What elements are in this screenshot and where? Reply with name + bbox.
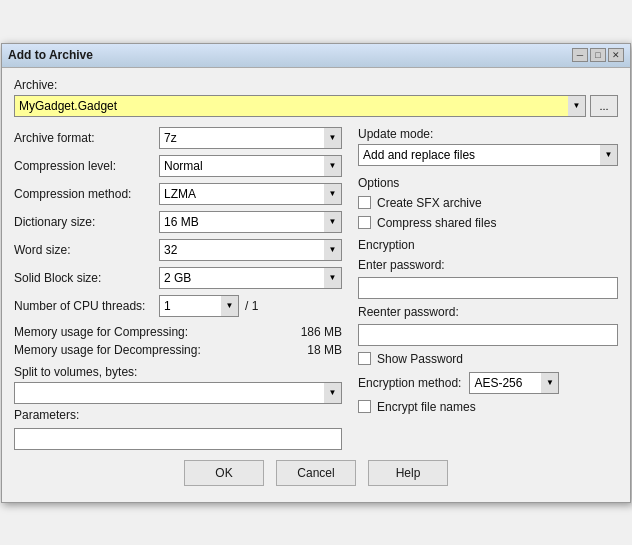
options-section-title: Options bbox=[358, 176, 618, 190]
enter-password-label: Enter password: bbox=[358, 258, 618, 272]
archive-format-label: Archive format: bbox=[14, 131, 159, 145]
archive-format-row: Archive format: 7zziptar ▼ bbox=[14, 127, 342, 149]
window-title: Add to Archive bbox=[8, 48, 93, 62]
archive-format-select[interactable]: 7zziptar bbox=[159, 127, 342, 149]
archive-format-wrapper: 7zziptar ▼ bbox=[159, 127, 342, 149]
memory-decompress-row: Memory usage for Decompressing: 18 MB bbox=[14, 343, 342, 357]
update-mode-select[interactable]: Add and replace files Update and add fil… bbox=[358, 144, 618, 166]
close-button[interactable]: ✕ bbox=[608, 48, 624, 62]
parameters-section: Parameters: bbox=[14, 408, 342, 450]
show-password-checkbox[interactable] bbox=[358, 352, 371, 365]
dictionary-size-row: Dictionary size: 16 MB8 MB32 MB ▼ bbox=[14, 211, 342, 233]
solid-block-size-label: Solid Block size: bbox=[14, 271, 159, 285]
buttons-row: OK Cancel Help bbox=[14, 450, 618, 494]
cpu-threads-label: Number of CPU threads: bbox=[14, 299, 159, 313]
reenter-password-input[interactable] bbox=[358, 324, 618, 346]
compression-method-select[interactable]: LZMALZMA2PPMd bbox=[159, 183, 342, 205]
title-bar-controls: ─ □ ✕ bbox=[572, 48, 624, 62]
add-to-archive-dialog: Add to Archive ─ □ ✕ Archive: ▼ ... Arch… bbox=[1, 43, 631, 503]
help-button[interactable]: Help bbox=[368, 460, 448, 486]
encryption-method-label: Encryption method: bbox=[358, 376, 461, 390]
compress-shared-row: Compress shared files bbox=[358, 216, 618, 230]
show-password-row: Show Password bbox=[358, 352, 618, 366]
compression-level-select[interactable]: NormalStoreFastMaximum bbox=[159, 155, 342, 177]
encrypt-names-label: Encrypt file names bbox=[377, 400, 476, 414]
archive-label: Archive: bbox=[14, 78, 618, 92]
encryption-method-wrapper: AES-256 ZipCrypto ▼ bbox=[469, 372, 559, 394]
word-size-select[interactable]: 321664 bbox=[159, 239, 342, 261]
ok-button[interactable]: OK bbox=[184, 460, 264, 486]
dialog-content: Archive: ▼ ... Archive format: 7zziptar … bbox=[2, 68, 630, 502]
solid-block-size-wrapper: 2 GB1 MB256 MB ▼ bbox=[159, 267, 342, 289]
minimize-button[interactable]: ─ bbox=[572, 48, 588, 62]
enter-password-input[interactable] bbox=[358, 277, 618, 299]
archive-input[interactable] bbox=[14, 95, 586, 117]
maximize-button[interactable]: □ bbox=[590, 48, 606, 62]
encryption-section: Encryption Enter password: Reenter passw… bbox=[358, 238, 618, 414]
compress-shared-label: Compress shared files bbox=[377, 216, 496, 230]
right-panel: Update mode: Add and replace files Updat… bbox=[358, 127, 618, 450]
archive-dropdown-button[interactable]: ▼ bbox=[568, 95, 586, 117]
compression-level-label: Compression level: bbox=[14, 159, 159, 173]
compression-method-row: Compression method: LZMALZMA2PPMd ▼ bbox=[14, 183, 342, 205]
parameters-input[interactable] bbox=[14, 428, 342, 450]
solid-block-size-row: Solid Block size: 2 GB1 MB256 MB ▼ bbox=[14, 267, 342, 289]
cpu-threads-select[interactable]: 124 bbox=[159, 295, 239, 317]
word-size-label: Word size: bbox=[14, 243, 159, 257]
reenter-password-label: Reenter password: bbox=[358, 305, 618, 319]
split-input-wrapper: ▼ bbox=[14, 382, 342, 404]
create-sfx-checkbox[interactable] bbox=[358, 196, 371, 209]
title-bar: Add to Archive ─ □ ✕ bbox=[2, 44, 630, 68]
update-mode-wrapper: Add and replace files Update and add fil… bbox=[358, 144, 618, 166]
encrypt-names-row: Encrypt file names bbox=[358, 400, 618, 414]
encryption-label: Encryption bbox=[358, 238, 618, 252]
left-panel: Archive format: 7zziptar ▼ Compression l… bbox=[14, 127, 342, 450]
split-label: Split to volumes, bytes: bbox=[14, 365, 342, 379]
compression-level-wrapper: NormalStoreFastMaximum ▼ bbox=[159, 155, 342, 177]
split-section: Split to volumes, bytes: ▼ bbox=[14, 365, 342, 404]
encrypt-names-checkbox[interactable] bbox=[358, 400, 371, 413]
memory-compress-row: Memory usage for Compressing: 186 MB bbox=[14, 325, 342, 339]
create-sfx-row: Create SFX archive bbox=[358, 196, 618, 210]
compression-level-row: Compression level: NormalStoreFastMaximu… bbox=[14, 155, 342, 177]
memory-decompress-value: 18 MB bbox=[307, 343, 342, 357]
update-mode-label: Update mode: bbox=[358, 127, 618, 141]
split-input[interactable] bbox=[14, 382, 342, 404]
word-size-wrapper: 321664 ▼ bbox=[159, 239, 342, 261]
dictionary-size-wrapper: 16 MB8 MB32 MB ▼ bbox=[159, 211, 342, 233]
parameters-label: Parameters: bbox=[14, 408, 342, 422]
compress-shared-checkbox[interactable] bbox=[358, 216, 371, 229]
cpu-threads-wrapper: 124 ▼ bbox=[159, 295, 239, 317]
archive-input-wrapper: ▼ bbox=[14, 95, 586, 117]
encryption-method-row: Encryption method: AES-256 ZipCrypto ▼ bbox=[358, 372, 618, 394]
create-sfx-label: Create SFX archive bbox=[377, 196, 482, 210]
memory-decompress-label: Memory usage for Decompressing: bbox=[14, 343, 201, 357]
solid-block-size-select[interactable]: 2 GB1 MB256 MB bbox=[159, 267, 342, 289]
cpu-threads-row: Number of CPU threads: 124 ▼ / 1 bbox=[14, 295, 342, 317]
cancel-button[interactable]: Cancel bbox=[276, 460, 356, 486]
word-size-row: Word size: 321664 ▼ bbox=[14, 239, 342, 261]
cpu-threads-max: / 1 bbox=[245, 299, 258, 313]
memory-compress-label: Memory usage for Compressing: bbox=[14, 325, 188, 339]
browse-button[interactable]: ... bbox=[590, 95, 618, 117]
memory-compress-value: 186 MB bbox=[301, 325, 342, 339]
encryption-method-select[interactable]: AES-256 ZipCrypto bbox=[469, 372, 559, 394]
main-body: Archive format: 7zziptar ▼ Compression l… bbox=[14, 127, 618, 450]
compression-method-wrapper: LZMALZMA2PPMd ▼ bbox=[159, 183, 342, 205]
update-mode-row: Add and replace files Update and add fil… bbox=[358, 144, 618, 166]
compression-method-label: Compression method: bbox=[14, 187, 159, 201]
dictionary-size-label: Dictionary size: bbox=[14, 215, 159, 229]
archive-row: ▼ ... bbox=[14, 95, 618, 117]
dictionary-size-select[interactable]: 16 MB8 MB32 MB bbox=[159, 211, 342, 233]
show-password-label: Show Password bbox=[377, 352, 463, 366]
